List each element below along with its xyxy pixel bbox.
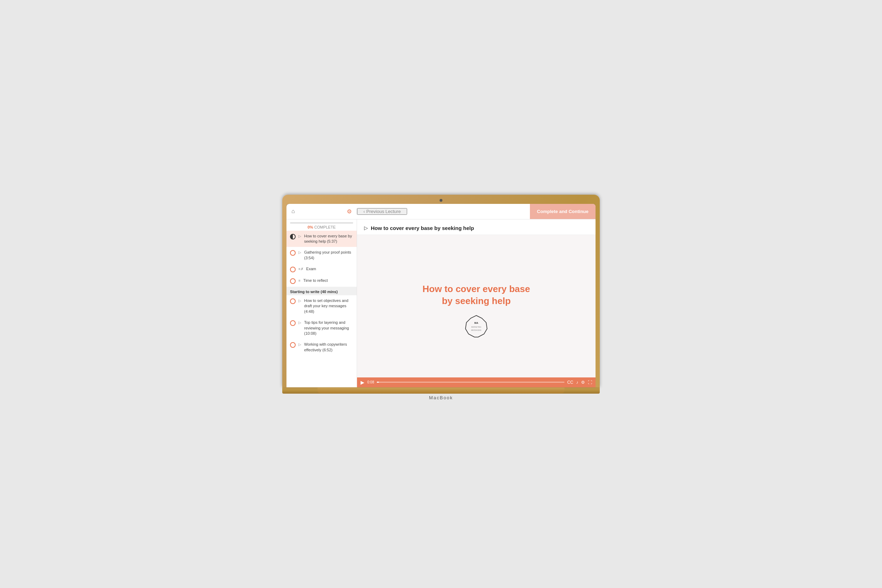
main-area: 0% COMPLETE ▷ How to cover every base by… xyxy=(286,219,596,387)
fullscreen-icon[interactable]: ⛶ xyxy=(588,380,592,385)
settings-icon[interactable]: ⚙ xyxy=(347,208,352,215)
progress-percentage: 0% xyxy=(308,225,313,229)
time-display: 0:08 xyxy=(367,380,374,384)
section-item-2-label: Top tips for layering and reviewing your… xyxy=(304,320,353,336)
progress-label: 0% COMPLETE xyxy=(290,225,353,229)
video-progress-track[interactable] xyxy=(377,382,564,383)
sidebar-item-1[interactable]: ▷ How to cover every base by seeking hel… xyxy=(286,231,357,247)
svg-text:MARKETING: MARKETING xyxy=(471,326,482,328)
captions-icon[interactable]: CC xyxy=(567,380,573,385)
app-header: ⌂ ⚙ ‹ Previous Lecture Complete and Cont… xyxy=(286,204,596,219)
sidebar-item-exam-label: Exam xyxy=(306,266,316,272)
section-item-3-label: Working with copywriters effectively (6:… xyxy=(304,342,353,353)
progress-text: COMPLETE xyxy=(314,225,336,229)
header-nav: ‹ Previous Lecture Complete and Continue xyxy=(357,204,596,219)
video-title-line1: How to cover every base xyxy=(423,284,530,294)
volume-icon[interactable]: ♪ xyxy=(576,380,578,385)
camera xyxy=(440,199,442,202)
video-controls: ▶ 0:08 CC ♪ ⚙ ⛶ xyxy=(357,377,596,387)
macbook-brand-label: MacBook xyxy=(429,395,453,400)
svg-text:MESSAGING: MESSAGING xyxy=(471,330,481,331)
item-circle-4 xyxy=(290,278,296,284)
section-circle-2 xyxy=(290,320,296,326)
exam-icon: ≡✗ xyxy=(298,267,303,271)
macbook-chin: MacBook xyxy=(282,387,600,394)
screen-content: ⌂ ⚙ ‹ Previous Lecture Complete and Cont… xyxy=(286,204,596,387)
item-circle-2 xyxy=(290,250,296,256)
chevron-left-icon: ‹ xyxy=(363,209,365,214)
svg-text:MA: MA xyxy=(474,322,478,324)
settings-video-icon[interactable]: ⚙ xyxy=(581,380,585,385)
sidebar-section-item-2[interactable]: ▷ Top tips for layering and reviewing yo… xyxy=(286,317,357,339)
content-title: How to cover every base by seeking help xyxy=(371,225,474,231)
section-video-icon-2: ▷ xyxy=(298,321,301,324)
video-title-line2: by seeking help xyxy=(442,296,510,306)
macbook-container: ⌂ ⚙ ‹ Previous Lecture Complete and Cont… xyxy=(282,195,600,394)
section-circle-1 xyxy=(290,298,296,304)
prev-lecture-button[interactable]: ‹ Previous Lecture xyxy=(357,208,407,215)
video-area: How to cover every base by seeking help … xyxy=(357,235,596,387)
video-main-title: How to cover every base by seeking help xyxy=(423,283,530,307)
content-header: ▷ How to cover every base by seeking hel… xyxy=(357,219,596,235)
sidebar-section-item-3[interactable]: ▷ Working with copywriters effectively (… xyxy=(286,339,357,356)
sidebar-item-1-label: How to cover every base by seeking help … xyxy=(304,234,353,244)
play-button[interactable]: ▶ xyxy=(360,380,364,385)
video-icon-2: ▷ xyxy=(298,250,301,254)
macbook-top: ⌂ ⚙ ‹ Previous Lecture Complete and Cont… xyxy=(282,195,600,387)
item-circle-1 xyxy=(290,234,296,240)
sidebar-item-reflect-label: Time to reflect xyxy=(303,278,328,283)
control-icons: CC ♪ ⚙ ⛶ xyxy=(567,380,592,385)
sidebar-item-2-label: Gathering your proof points (3:54) xyxy=(304,250,353,261)
progress-track xyxy=(290,222,353,224)
section-item-1-label: How to set objectives and draft your key… xyxy=(304,298,353,314)
prev-lecture-label: Previous Lecture xyxy=(366,209,401,214)
sidebar-section-item-1[interactable]: ▷ How to set objectives and draft your k… xyxy=(286,295,357,317)
section-header: Starting to write (40 mins) xyxy=(286,287,357,295)
sidebar-item-exam[interactable]: ≡✗ Exam xyxy=(286,264,357,275)
header-left: ⌂ ⚙ xyxy=(286,208,357,215)
content-video-icon: ▷ xyxy=(364,225,368,231)
text-icon: ≡ xyxy=(298,279,301,282)
content-area: ▷ How to cover every base by seeking hel… xyxy=(357,219,596,387)
home-icon[interactable]: ⌂ xyxy=(291,208,295,214)
macbook-base: MacBook xyxy=(318,388,564,393)
section-video-icon-1: ▷ xyxy=(298,299,301,303)
video-progress-fill xyxy=(377,382,378,383)
badge-logo: MA MARKETING MESSAGING xyxy=(464,314,489,339)
section-circle-3 xyxy=(290,342,296,348)
video-icon-1: ▷ xyxy=(298,234,301,238)
sidebar: 0% COMPLETE ▷ How to cover every base by… xyxy=(286,219,357,387)
screen-bezel: ⌂ ⚙ ‹ Previous Lecture Complete and Cont… xyxy=(286,204,596,387)
progress-container: 0% COMPLETE xyxy=(286,219,357,231)
item-circle-3 xyxy=(290,267,296,272)
sidebar-item-reflect[interactable]: ≡ Time to reflect xyxy=(286,275,357,287)
complete-continue-button[interactable]: Complete and Continue xyxy=(530,204,596,219)
sidebar-item-2[interactable]: ▷ Gathering your proof points (3:54) xyxy=(286,247,357,264)
section-video-icon-3: ▷ xyxy=(298,342,301,346)
